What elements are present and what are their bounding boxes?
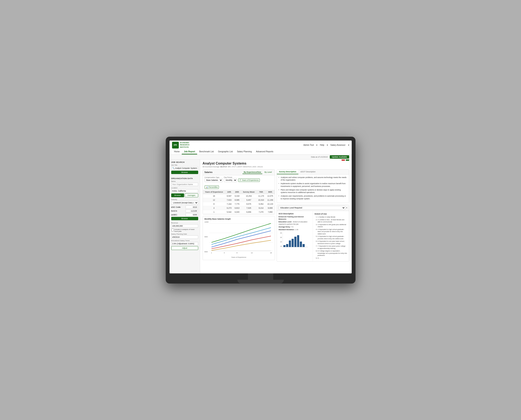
salary-planning-date-input[interactable] — [171, 235, 198, 239]
percentiles-badge[interactable]: 📊 Percentiles — [205, 185, 219, 189]
esic-label: eSIC Code: — [171, 206, 181, 208]
include-lower-level-checkbox[interactable] — [171, 229, 174, 232]
survey-bullet: Analyzes user requirements, procedures, … — [279, 195, 347, 200]
nav-geographic[interactable]: Geographic List — [216, 149, 235, 154]
edu-level-select[interactable]: Education Level Required — [279, 206, 345, 210]
col-years-exp: Years of Experience — [203, 190, 225, 194]
extent-item: 3: Equivalent to 8th grade plus addition… — [317, 224, 347, 228]
table-row: 168,5979,31810,25411,17012,075 — [203, 194, 275, 198]
enhanced-title: Enhanced Training and Interest Measures — [279, 216, 304, 220]
monitor-stand — [169, 273, 352, 284]
comp-type-select[interactable]: Base Salaries — [205, 178, 223, 182]
screen: ERI ECONOMIC RESEARCH INSTITUTE Admin To… — [169, 141, 352, 273]
table-cell: 9,457 — [241, 198, 257, 202]
app-body: JOB SEARCH Job Title 🔍 Browse ORGANIZATI… — [169, 159, 352, 273]
years-exp-label: Years of Experience — [242, 179, 259, 181]
job-browse-button[interactable]: Browse — [171, 171, 198, 174]
tab-by-level[interactable]: By Level — [263, 171, 273, 174]
revenue-input[interactable] — [171, 224, 198, 228]
svg-rect-14 — [289, 240, 291, 247]
table-cell: 4 — [203, 206, 225, 210]
esic-row: eSIC Code: — [171, 205, 198, 209]
edu-level-label: Education Level — [279, 221, 291, 223]
averages-button[interactable]: Averages — [185, 194, 198, 197]
right-panel: Survey Description eDOT Description Anal… — [277, 169, 349, 262]
table-cell: 8,908 — [266, 206, 275, 210]
export-icons: PDF XLS — [342, 159, 349, 161]
salaries-tabs: By Experience/Size By Level — [242, 171, 273, 174]
org-browse-button[interactable]: Browse — [171, 194, 184, 197]
std-dev-label: Standard Deviation: — [279, 229, 294, 231]
svg-rect-15 — [292, 239, 294, 247]
table-cell: 8,597 — [225, 194, 233, 198]
chevron-down-icon: ▾ — [346, 207, 347, 209]
industry-browse-button[interactable]: Browse — [171, 217, 198, 220]
table-cell: 16 — [203, 194, 225, 198]
table-cell: 8 — [203, 202, 225, 206]
include-lower-level-label: Include in analysis of lower level jobs — [175, 228, 198, 232]
nav-benchmark[interactable]: Benchmark List — [197, 149, 216, 154]
esic-input[interactable] — [185, 205, 198, 209]
naics-input[interactable] — [185, 209, 198, 213]
nav-salary-planning[interactable]: Salary Planning — [235, 149, 254, 154]
update-available-button[interactable]: Update Available — [330, 155, 349, 159]
col-75th: 75th — [257, 190, 266, 194]
pay-period-select[interactable]: Monthly — [224, 178, 237, 182]
naics-label: NAICS: — [171, 210, 177, 212]
location-input[interactable] — [171, 189, 198, 193]
extent-item: 6: Equivalent to one year trade school, … — [317, 240, 347, 245]
job-title-input[interactable] — [175, 167, 197, 169]
export-xls-icon[interactable]: XLS — [346, 159, 349, 161]
table-cell: 8,585 — [233, 198, 241, 202]
chart-icon: 📊 — [205, 186, 208, 188]
edot-desc-tab[interactable]: eDOT Description — [298, 170, 317, 174]
adjust-button[interactable]: Adjust — [171, 246, 198, 250]
svg-rect-19 — [302, 244, 305, 247]
extent-item: 1: Aurally or orally literate — [317, 216, 347, 218]
svg-text:1: 1 — [211, 252, 212, 254]
industry-select[interactable]: Livestock (except Dairy and Poultry) — [171, 201, 198, 205]
logo-icon: ERI — [172, 142, 179, 149]
svg-text:4: 4 — [224, 252, 225, 254]
nav-advanced-reports[interactable]: Advanced Reports — [254, 149, 275, 154]
edu-body: SCO Description Enhanced Training and In… — [277, 211, 349, 262]
job-eri: ERI: 27177 — [228, 166, 236, 168]
job-title-label: Job Title — [171, 164, 198, 166]
org-section: ORGANIZATION DATA Name Location Browse A… — [171, 177, 198, 250]
education-panel: Education Level Required ▾ SCO Descripti… — [277, 205, 349, 262]
pay-period-label: Pay Period — [224, 176, 237, 178]
y-mid-label: 9000 — [205, 236, 209, 238]
salary-assessor-btn[interactable]: Salary Assessor — [330, 144, 345, 146]
help-link[interactable]: Help — [320, 144, 324, 146]
export-pdf-icon[interactable]: PDF — [342, 159, 345, 161]
chart-panel: Monthly Base Salaries Graph 12000 9000 6… — [203, 216, 275, 260]
svg-rect-12 — [283, 245, 286, 247]
survey-bullet: Implements system studies to assist orga… — [279, 182, 347, 188]
job-title-heading: Analyst Computer Systems — [203, 162, 263, 165]
name-label: Name — [171, 180, 198, 182]
nav-home[interactable]: Home — [172, 149, 182, 154]
table-cell: 8,575 — [241, 202, 257, 206]
years-exp-badge[interactable]: ⏱ Years of Experience — [238, 179, 260, 182]
table-cell: 10,133 — [266, 202, 275, 206]
survey-bullet: Analyzes and solves computer problems, a… — [279, 176, 347, 182]
table-row: 87,1647,7758,5759,35410,133 — [203, 202, 275, 206]
survey-desc-tab[interactable]: Survey Description — [277, 170, 298, 174]
nav-job-report[interactable]: Job Report — [182, 149, 197, 154]
admin-tool-link[interactable]: Admin Tool — [303, 144, 314, 146]
comp-type-group: Compensation Type Base Salaries — [205, 176, 223, 182]
ussec-input[interactable] — [185, 213, 198, 217]
extent-item: 2: Limited or less - at least literate a… — [317, 219, 347, 223]
table-cell: 7,164 — [225, 202, 233, 206]
salary-planning-date-label: Salary Planning Date — [171, 233, 198, 235]
extent-item: 7: Equivalent to two years junior colleg… — [317, 245, 347, 249]
table-cell: 6,656 — [241, 210, 257, 214]
left-panel: Salaries By Experience/Size By Level Com… — [203, 169, 275, 262]
name-input[interactable] — [171, 183, 198, 186]
tab-by-experience[interactable]: By Experience/Size — [242, 171, 263, 174]
y-min-label: 6000 — [205, 251, 209, 253]
table-cell: 11,156 — [266, 198, 275, 202]
pay-period-group: Pay Period Monthly — [224, 176, 237, 182]
location-label: Location — [171, 187, 198, 189]
job-meta: All Incumbent Average: $8,574.5 ERI: 271… — [203, 166, 263, 168]
